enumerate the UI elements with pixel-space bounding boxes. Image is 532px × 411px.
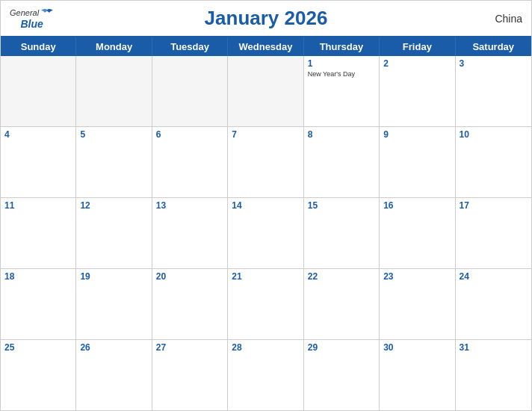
day-cell: 28 bbox=[228, 340, 303, 410]
day-cell bbox=[152, 56, 228, 126]
day-cell: 17 bbox=[456, 198, 531, 268]
day-number: 5 bbox=[80, 129, 147, 140]
day-number: 20 bbox=[156, 271, 223, 282]
day-number: 9 bbox=[383, 129, 451, 140]
day-cell: 1New Year's Day bbox=[304, 56, 380, 126]
day-number: 21 bbox=[232, 271, 299, 282]
calendar: General Blue January 2026 China SundayMo… bbox=[0, 0, 532, 411]
logo-bird-icon bbox=[40, 8, 54, 19]
day-number: 3 bbox=[460, 58, 528, 69]
calendar-grid: SundayMondayTuesdayWednesdayThursdayFrid… bbox=[1, 36, 531, 410]
day-header-saturday: Saturday bbox=[456, 37, 531, 56]
day-cell: 16 bbox=[380, 198, 455, 268]
day-cell: 10 bbox=[456, 127, 531, 197]
day-number: 16 bbox=[383, 200, 451, 211]
logo-blue-text: Blue bbox=[20, 19, 43, 29]
day-cell: 19 bbox=[76, 269, 152, 339]
day-cell: 6 bbox=[152, 127, 228, 197]
day-number: 19 bbox=[80, 271, 147, 282]
day-cell: 2 bbox=[380, 56, 455, 126]
day-number: 2 bbox=[383, 58, 451, 69]
day-number: 8 bbox=[308, 129, 375, 140]
day-cell: 14 bbox=[228, 198, 303, 268]
day-number: 23 bbox=[383, 271, 451, 282]
day-cell: 5 bbox=[76, 127, 152, 197]
day-number: 14 bbox=[232, 200, 299, 211]
holiday-label: New Year's Day bbox=[308, 70, 375, 78]
day-cell bbox=[1, 56, 76, 126]
week-row-1: 1New Year's Day23 bbox=[1, 56, 531, 127]
day-cell: 8 bbox=[304, 127, 380, 197]
day-number: 24 bbox=[460, 271, 528, 282]
day-number: 17 bbox=[460, 200, 528, 211]
day-number: 25 bbox=[4, 342, 72, 353]
weeks-container: 1New Year's Day2345678910111213141516171… bbox=[1, 56, 531, 410]
week-row-3: 11121314151617 bbox=[1, 198, 531, 269]
day-header-wednesday: Wednesday bbox=[228, 37, 303, 56]
logo: General Blue bbox=[10, 8, 54, 29]
week-row-4: 18192021222324 bbox=[1, 269, 531, 340]
day-cell: 18 bbox=[1, 269, 76, 339]
day-header-sunday: Sunday bbox=[1, 37, 76, 56]
day-number: 12 bbox=[80, 200, 147, 211]
country-label: China bbox=[495, 13, 522, 25]
day-number: 4 bbox=[4, 129, 72, 140]
day-cell: 21 bbox=[228, 269, 303, 339]
calendar-title: January 2026 bbox=[205, 7, 328, 30]
day-number: 10 bbox=[460, 129, 528, 140]
day-headers-row: SundayMondayTuesdayWednesdayThursdayFrid… bbox=[1, 37, 531, 56]
week-row-2: 45678910 bbox=[1, 127, 531, 198]
day-header-tuesday: Tuesday bbox=[152, 37, 228, 56]
day-number: 7 bbox=[232, 129, 299, 140]
day-number: 31 bbox=[460, 342, 528, 353]
day-cell: 24 bbox=[456, 269, 531, 339]
day-cell: 20 bbox=[152, 269, 228, 339]
day-number: 13 bbox=[156, 200, 223, 211]
day-cell: 12 bbox=[76, 198, 152, 268]
day-number: 11 bbox=[4, 200, 72, 211]
day-number: 26 bbox=[80, 342, 147, 353]
day-cell bbox=[76, 56, 152, 126]
day-cell: 23 bbox=[380, 269, 455, 339]
day-cell: 26 bbox=[76, 340, 152, 410]
week-row-5: 25262728293031 bbox=[1, 340, 531, 410]
day-cell: 25 bbox=[1, 340, 76, 410]
day-header-monday: Monday bbox=[76, 37, 152, 56]
day-cell: 22 bbox=[304, 269, 380, 339]
day-number: 22 bbox=[308, 271, 375, 282]
day-number: 18 bbox=[4, 271, 72, 282]
logo-general-text: General bbox=[10, 9, 39, 17]
day-cell: 11 bbox=[1, 198, 76, 268]
day-cell: 3 bbox=[456, 56, 531, 126]
day-number: 27 bbox=[156, 342, 223, 353]
day-number: 1 bbox=[308, 58, 375, 69]
day-number: 28 bbox=[232, 342, 299, 353]
day-number: 15 bbox=[308, 200, 375, 211]
day-number: 30 bbox=[383, 342, 451, 353]
day-cell: 29 bbox=[304, 340, 380, 410]
calendar-header: General Blue January 2026 China bbox=[1, 1, 531, 36]
day-cell: 31 bbox=[456, 340, 531, 410]
day-cell: 30 bbox=[380, 340, 455, 410]
day-cell bbox=[228, 56, 303, 126]
day-cell: 4 bbox=[1, 127, 76, 197]
day-cell: 13 bbox=[152, 198, 228, 268]
day-number: 29 bbox=[308, 342, 375, 353]
day-number: 6 bbox=[156, 129, 223, 140]
day-header-thursday: Thursday bbox=[304, 37, 380, 56]
day-cell: 15 bbox=[304, 198, 380, 268]
day-header-friday: Friday bbox=[380, 37, 455, 56]
day-cell: 9 bbox=[380, 127, 455, 197]
day-cell: 7 bbox=[228, 127, 303, 197]
day-cell: 27 bbox=[152, 340, 228, 410]
